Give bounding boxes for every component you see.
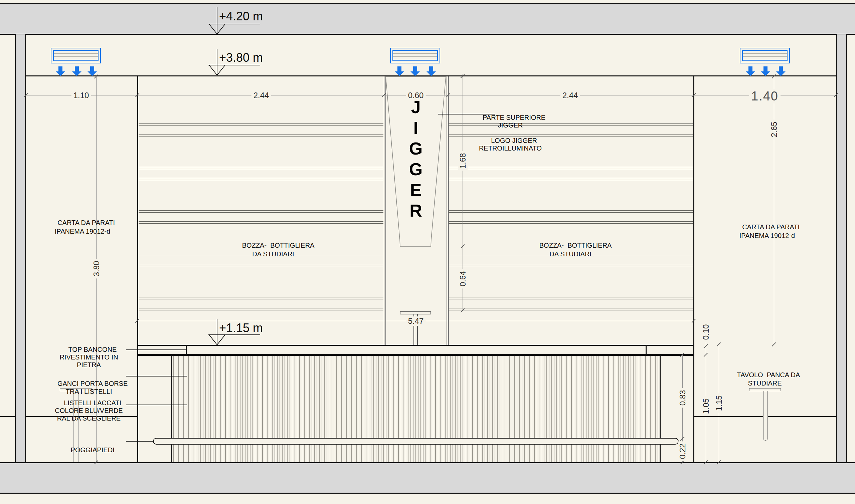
dim-back-height: 2.65 (769, 120, 779, 140)
dim-bay-left: 2.44 (251, 91, 271, 100)
dim-left-wall: 1.10 (71, 91, 91, 100)
down-arrow-icon (87, 67, 97, 76)
elevation-drawing: +4.20 m +3.80 m +1.15 m J I G G E R (0, 0, 855, 504)
jigger-logo-letter: I (396, 119, 436, 137)
down-arrow-icon (72, 67, 82, 76)
label-bozza-right: BOZZA- BOTTIGLIERADA STUDIARE (532, 232, 612, 267)
dim-logo-height: 1.68 (458, 151, 468, 171)
listelli-hatch (173, 356, 659, 462)
bottle-shelves-left (139, 124, 383, 311)
right-wall-section (837, 34, 846, 463)
dim-bar-width: 5.47 (406, 317, 426, 326)
leader-ganci (126, 376, 187, 377)
down-arrow-icon (761, 67, 770, 76)
vent-center-icon (390, 48, 440, 64)
leader-poggiapiedi (126, 441, 154, 442)
label-carta-right: CARTA DA PARATIIPANEMA 19012-d (735, 214, 800, 249)
dim-front-height: 0.83 (678, 388, 687, 408)
dim-top-thickness: 0.10 (701, 322, 711, 342)
level-115-text: +1.15 m (219, 321, 263, 335)
vent-grille (392, 50, 438, 61)
label-parte-superiore: PARTE SUPERIOREJIGGER LOGO JIGGERRETROIL… (475, 106, 545, 160)
label-top-bancone: TOP BANCONERIVESTIMENTO INPIETRA (59, 338, 118, 377)
label-bozza-left: BOZZA- BOTTIGLIERADA STUDIARE (235, 232, 315, 267)
jigger-logo-letter: J (396, 98, 436, 116)
right-table-leg (763, 391, 768, 440)
dim-line-under-top (706, 323, 706, 462)
dim-below-logo: 0.64 (458, 269, 468, 289)
down-arrow-icon (776, 67, 786, 76)
label-listelli: LISTELLI LACCATICOLORE BLU/VERDERAL DA S… (55, 392, 123, 430)
dim-bay-right: 2.44 (560, 91, 580, 100)
dim-niche: 0.60 (406, 91, 426, 100)
leader-top-bancone (126, 349, 186, 350)
label-poggiapiedi: POGGIAPIEDI (63, 437, 114, 463)
down-arrow-icon (426, 67, 436, 76)
down-arrow-icon (395, 67, 404, 76)
bar-front-left-edge (137, 355, 138, 462)
dim-under-top: 1.05 (701, 397, 711, 416)
vent-grille (53, 50, 99, 61)
counter-top-joint (186, 345, 187, 355)
counter-top (137, 345, 694, 355)
listelli-left-edge (171, 355, 172, 462)
slab-bottom-line (0, 34, 855, 35)
dim-line-back-height (774, 76, 774, 344)
label-carta-left: CARTA DA PARATIIPANEMA 19012-d (50, 210, 115, 244)
dim-line-top (26, 95, 836, 95)
level-triangle-icon (208, 65, 226, 76)
dim-right-wall: 1.40 (749, 89, 781, 104)
level-380-text: +3.80 m (219, 51, 263, 65)
vent-right-icon (740, 48, 790, 64)
leader-listelli (126, 404, 187, 405)
footrest-bar (153, 438, 679, 445)
label-tavolo-panca: TAVOLO PANCA DASTUDIARE (730, 362, 800, 396)
right-wall-outer-line (846, 34, 847, 463)
jigger-logo-letter: R (396, 202, 436, 219)
level-triangle-icon (208, 335, 226, 345)
level-420-text: +4.20 m (219, 10, 263, 23)
left-wall-inner-line (25, 34, 26, 463)
left-wall-section (16, 34, 25, 463)
counter-top-joint (646, 345, 647, 355)
bar-front-right-edge (693, 355, 694, 462)
dim-counter-height: 1.15 (714, 394, 724, 413)
ceiling-slab (0, 4, 855, 34)
bench-line (0, 416, 15, 417)
listelli-right-edge (660, 355, 661, 462)
down-arrow-icon (746, 67, 755, 76)
vent-grille (742, 50, 787, 61)
dim-wall-height: 3.80 (92, 259, 101, 279)
jigger-logo-letter: E (396, 181, 436, 199)
jigger-logo-letter: G (396, 140, 436, 157)
center-stand-top (400, 311, 431, 314)
level-triangle-icon (208, 24, 226, 35)
jigger-logo-letter: G (396, 161, 436, 178)
down-arrow-icon (411, 67, 420, 76)
dim-footrest: 0.22 (678, 442, 687, 461)
down-arrow-icon (56, 67, 65, 76)
floor-slab (0, 463, 855, 493)
floor-bottom-line (0, 493, 855, 494)
vent-left-icon (51, 48, 101, 64)
